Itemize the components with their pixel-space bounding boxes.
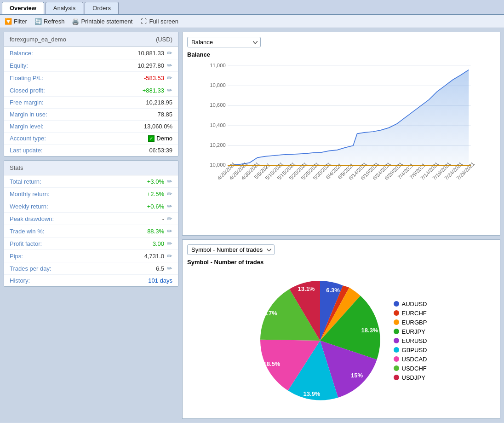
pie-chart-title: Symbol - Number of trades [187,259,495,266]
edit-icon-account-3[interactable]: ✏ [167,87,172,94]
edit-icon-stats-1[interactable]: ✏ [167,190,172,197]
stats-row-label-5: Profit factor: [10,240,42,247]
filter-button[interactable]: 🔽 Filter [5,17,27,25]
edit-icon-stats-5[interactable]: ✏ [167,240,172,247]
filter-icon: 🔽 [5,17,12,25]
account-row-1: Equity:10,297.80✏ [4,59,178,72]
edit-icon-account-2[interactable]: ✏ [167,74,172,81]
legend-dot-eurchf [394,310,399,316]
edit-icon-account-1[interactable]: ✏ [167,62,172,69]
account-row-label-4: Free margin: [10,99,44,106]
fullscreen-button[interactable]: ⛶ Full screen [140,17,178,25]
account-card: forexgump_ea_demo (USD) Balance:10,881.3… [4,32,178,156]
refresh-icon: 🔄 [34,17,42,25]
svg-text:18.3%: 18.3% [361,327,378,334]
stats-row-value-3: - [162,215,164,222]
printable-button[interactable]: 🖨️ Printable statement [72,17,132,25]
account-currency: (USD) [156,36,172,43]
svg-text:10,600: 10,600 [210,102,225,108]
pie-svg: 6.3% 18.3% 15% 13.9% 18.5% 8.7% 13.1% [256,276,384,405]
toolbar: 🔽 Filter 🔄 Refresh 🖨️ Printable statemen… [0,15,504,28]
chart-header: Balance Equity Floating P/L [187,37,495,47]
account-row-value-8: 06:53:39 [149,147,172,154]
refresh-button[interactable]: 🔄 Refresh [34,17,65,25]
legend-gbpusd: GBPUSD [394,347,427,353]
account-row-label-0: Balance: [10,50,33,57]
stats-row-1: Monthly return:+2.5%✏ [4,188,178,200]
stats-row-3: Peak drawdown:-✏ [4,213,178,225]
account-row-8: Last update:06:53:39 [4,145,178,156]
svg-text:13.1%: 13.1% [298,285,315,292]
account-row-label-8: Last update: [10,147,43,154]
balance-chart-card: Balance Equity Floating P/L Balance 11,0… [182,32,500,236]
stats-rows: Total return:+3.0%✏Monthly return:+2.5%✏… [4,175,178,286]
svg-text:10,200: 10,200 [210,142,225,148]
account-row-label-3: Closed profit: [10,87,45,94]
svg-text:13.9%: 13.9% [303,390,320,397]
stats-row-label-7: Trades per day: [10,265,52,272]
tabs-bar: Overview Analysis Orders [0,0,504,15]
account-row-value-1: 10,297.80 [137,62,164,69]
stats-row-value-1: +2.5% [147,191,164,197]
account-row-value-2: -583.53 [144,75,164,81]
legend-dot-eurusd [394,338,399,343]
legend-eurchf: EURCHF [394,310,427,317]
legend-dot-usdcad [394,356,399,362]
stats-row-label-0: Total return: [10,178,41,185]
balance-dropdown[interactable]: Balance Equity Floating P/L [187,37,261,47]
fullscreen-icon: ⛶ [140,17,147,25]
edit-icon-stats-7[interactable]: ✏ [167,265,172,272]
main-content: forexgump_ea_demo (USD) Balance:10,881.3… [0,28,504,423]
account-name: forexgump_ea_demo [10,36,66,43]
legend-usdchf: USDCHF [394,365,427,372]
stats-row-value-5: 3.00 [153,240,164,247]
account-row-0: Balance:10,881.33✏ [4,47,178,59]
edit-icon-stats-4[interactable]: ✏ [167,227,172,235]
legend-usdcad: USDCAD [394,356,427,363]
tab-orders[interactable]: Orders [85,2,119,14]
account-row-4: Free margin:10,218.95 [4,97,178,109]
legend-dot-gbpusd [394,347,399,353]
tab-overview[interactable]: Overview [2,2,44,14]
balance-chart-title: Balance [187,51,495,58]
edit-icon-stats-2[interactable]: ✏ [167,203,172,210]
account-row-value-5: 78.85 [157,111,172,118]
stats-row-label-8: History: [10,277,30,284]
account-row-7: Account type:✓Demo [4,133,178,145]
svg-text:15%: 15% [351,372,363,379]
account-row-6: Margin level:13,060.0% [4,121,178,133]
legend-dot-eurjpy [394,329,399,334]
stats-row-label-2: Weekly return: [10,203,48,210]
stats-row-5: Profit factor:3.00✏ [4,238,178,250]
stats-row-6: Pips:4,731.0✏ [4,250,178,262]
svg-text:10,800: 10,800 [210,82,225,88]
stats-row-value-2: +0.6% [147,203,164,210]
edit-icon-stats-0[interactable]: ✏ [167,178,172,185]
legend-dot-usdjpy [394,375,399,380]
stats-row-2: Weekly return:+0.6%✏ [4,200,178,213]
pie-body: 6.3% 18.3% 15% 13.9% 18.5% 8.7% 13.1% AU… [187,267,495,414]
account-row-value-4: 10,218.95 [146,99,172,106]
edit-icon-account-0[interactable]: ✏ [167,49,172,57]
edit-icon-stats-6[interactable]: ✏ [167,252,172,260]
stats-row-value-7: 6.5 [156,265,164,272]
pie-dropdown[interactable]: Symbol - Number of trades Symbol - Volum… [187,244,275,255]
stats-row-label-6: Pips: [10,253,23,260]
balance-svg: 11,000 10,800 10,600 10,400 10,200 10,00… [187,60,495,180]
tab-analysis[interactable]: Analysis [46,2,83,14]
legend-dot-audusd [394,301,399,307]
svg-text:11,000: 11,000 [210,63,225,68]
print-icon: 🖨️ [72,17,79,25]
account-row-5: Margin in use:78.85 [4,109,178,121]
account-row-value-3: +881.33 [143,87,164,94]
account-header: forexgump_ea_demo (USD) [4,32,178,47]
stats-row-label-4: Trade win %: [10,228,44,235]
stats-row-value-0: +3.0% [147,178,164,185]
legend-eurgbp: EURGBP [394,319,427,326]
edit-icon-stats-3[interactable]: ✏ [167,215,172,222]
legend-dot-eurgbp [394,319,399,325]
stats-card: Stats Total return:+3.0%✏Monthly return:… [4,160,178,287]
left-panel: forexgump_ea_demo (USD) Balance:10,881.3… [4,32,178,419]
account-row-value-6: 13,060.0% [144,123,172,130]
pie-legend: AUDUSD EURCHF EURGBP EURJPY [394,301,427,381]
